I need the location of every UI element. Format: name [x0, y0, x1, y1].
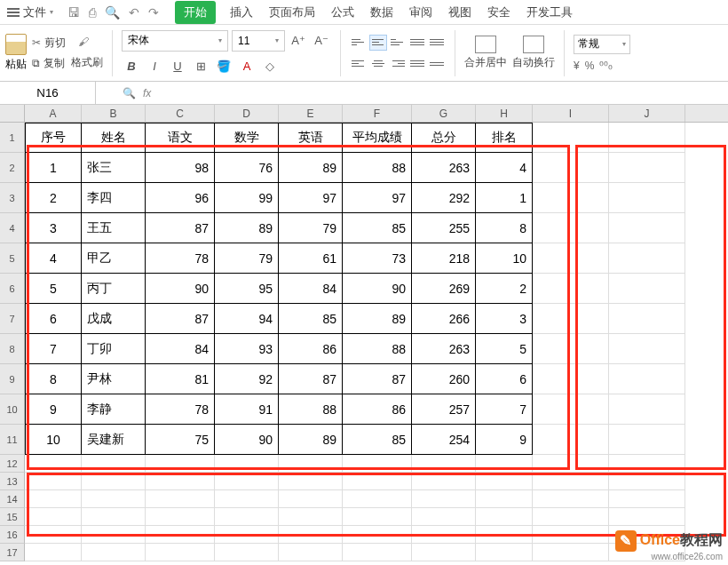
cell[interactable]: 93 — [215, 334, 279, 364]
decrease-font-button[interactable]: A⁻ — [312, 31, 331, 51]
redo-icon[interactable]: ↷ — [148, 5, 159, 20]
cell[interactable] — [533, 394, 609, 425]
cell[interactable]: 84 — [279, 274, 343, 304]
row-header[interactable]: 2 — [0, 153, 25, 183]
align-middle-button[interactable] — [369, 35, 387, 51]
cell[interactable] — [476, 526, 533, 544]
cell[interactable]: 数学 — [215, 123, 279, 153]
cell[interactable]: 255 — [412, 213, 476, 243]
row-header[interactable]: 16 — [0, 526, 25, 544]
col-header[interactable]: J — [609, 105, 685, 122]
cell[interactable] — [533, 213, 609, 243]
row-header[interactable]: 17 — [0, 544, 25, 561]
cell[interactable] — [215, 526, 279, 544]
cell[interactable]: 254 — [412, 425, 476, 455]
cell[interactable]: 1 — [25, 153, 82, 183]
cell[interactable] — [25, 526, 82, 544]
cell[interactable]: 4 — [476, 153, 533, 183]
cell[interactable] — [82, 508, 146, 526]
cell[interactable] — [609, 123, 685, 153]
cell[interactable]: 甲乙 — [82, 243, 146, 274]
cut-button[interactable]: ✂剪切 — [32, 36, 66, 51]
cell[interactable]: 英语 — [279, 123, 343, 153]
cell[interactable] — [533, 304, 609, 334]
cell[interactable] — [533, 473, 609, 490]
cell[interactable] — [279, 544, 343, 561]
row-header[interactable]: 3 — [0, 183, 25, 213]
cell[interactable]: 87 — [279, 364, 343, 394]
cell[interactable]: 8 — [476, 213, 533, 243]
align-top-button[interactable] — [350, 35, 368, 51]
cell[interactable]: 88 — [343, 153, 412, 183]
percent-button[interactable]: % — [585, 60, 595, 72]
cell[interactable]: 3 — [25, 213, 82, 243]
cell[interactable]: 89 — [279, 153, 343, 183]
tab-data[interactable]: 数据 — [368, 1, 395, 24]
cell[interactable] — [533, 455, 609, 473]
font-color-button[interactable]: A — [237, 57, 257, 76]
cell[interactable]: 6 — [25, 304, 82, 334]
tab-view[interactable]: 视图 — [447, 1, 473, 24]
decrease-indent-button[interactable] — [408, 35, 426, 51]
cell[interactable] — [533, 544, 609, 561]
cell[interactable]: 87 — [343, 364, 412, 394]
cell[interactable] — [279, 526, 343, 544]
cell[interactable]: 86 — [279, 334, 343, 364]
cell[interactable]: 90 — [343, 274, 412, 304]
cell[interactable] — [82, 473, 146, 490]
cell[interactable]: 2 — [25, 183, 82, 213]
cell[interactable] — [533, 183, 609, 213]
cell[interactable]: 266 — [412, 304, 476, 334]
col-header[interactable]: A — [25, 105, 82, 122]
cell[interactable]: 87 — [146, 304, 215, 334]
cell[interactable]: 92 — [215, 364, 279, 394]
cell[interactable]: 85 — [279, 304, 343, 334]
cell[interactable] — [609, 304, 685, 334]
cell[interactable]: 5 — [476, 334, 533, 364]
cell[interactable] — [533, 274, 609, 304]
row-header[interactable]: 9 — [0, 364, 25, 394]
cell[interactable]: 76 — [215, 153, 279, 183]
col-header[interactable]: G — [412, 105, 476, 122]
align-left-button[interactable] — [350, 56, 368, 72]
clear-format-button[interactable]: ◇ — [260, 57, 280, 76]
formula-input[interactable] — [178, 82, 728, 104]
cell[interactable] — [215, 490, 279, 508]
cell[interactable]: 语文 — [146, 123, 215, 153]
cell[interactable]: 98 — [146, 153, 215, 183]
comma-button[interactable]: ⁰⁰₀ — [599, 60, 613, 72]
cell[interactable]: 84 — [146, 334, 215, 364]
tab-formula[interactable]: 公式 — [329, 1, 356, 24]
cell[interactable] — [533, 153, 609, 183]
cell[interactable] — [609, 490, 685, 508]
cell[interactable] — [412, 526, 476, 544]
cell[interactable]: 张三 — [82, 153, 146, 183]
cell[interactable]: 序号 — [25, 123, 82, 153]
cell[interactable] — [82, 455, 146, 473]
cell[interactable] — [533, 490, 609, 508]
font-name-select[interactable]: 宋体▾ — [122, 30, 228, 52]
cell[interactable]: 73 — [343, 243, 412, 274]
cell[interactable]: 10 — [25, 425, 82, 455]
cell[interactable]: 94 — [215, 304, 279, 334]
cell[interactable] — [25, 544, 82, 561]
cell[interactable] — [279, 455, 343, 473]
cell[interactable]: 78 — [146, 394, 215, 425]
cell[interactable] — [609, 243, 685, 274]
cell[interactable] — [215, 455, 279, 473]
cell[interactable]: 丁卯 — [82, 334, 146, 364]
cell[interactable] — [533, 508, 609, 526]
cell[interactable] — [533, 425, 609, 455]
cell[interactable]: 8 — [25, 364, 82, 394]
merge-center-button[interactable]: 合并居中 — [464, 36, 507, 70]
cell[interactable]: 97 — [343, 183, 412, 213]
cell[interactable]: 90 — [215, 425, 279, 455]
cell[interactable] — [609, 213, 685, 243]
tab-page-layout[interactable]: 页面布局 — [267, 1, 317, 24]
align-center-button[interactable] — [369, 56, 387, 72]
cell[interactable]: 79 — [215, 243, 279, 274]
italic-button[interactable]: I — [145, 57, 164, 76]
cell[interactable] — [25, 490, 82, 508]
cell[interactable]: 7 — [25, 334, 82, 364]
select-all-corner[interactable] — [0, 105, 25, 122]
